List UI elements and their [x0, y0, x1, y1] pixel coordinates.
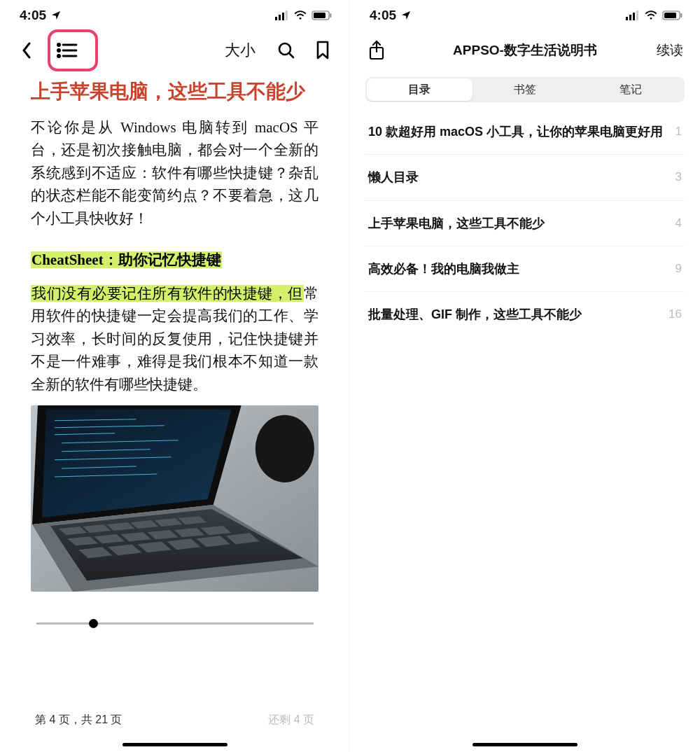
- svg-rect-3: [286, 11, 288, 20]
- progress-thumb[interactable]: [89, 619, 98, 628]
- location-icon: [50, 10, 62, 21]
- toc-item-title: 懒人目录: [368, 169, 666, 186]
- search-button[interactable]: [272, 36, 300, 64]
- toc-item-page: 16: [668, 306, 682, 321]
- bookmark-button[interactable]: [309, 36, 337, 64]
- svg-rect-50: [633, 13, 635, 20]
- svg-rect-6: [314, 13, 326, 18]
- article-image: [31, 405, 318, 592]
- svg-point-52: [650, 18, 652, 20]
- status-time: 4:05: [20, 8, 46, 23]
- reader-toolbar: 大小: [0, 31, 349, 70]
- current-page-label: 第 4 页，共 21 页: [35, 713, 122, 727]
- toc-item-title: 批量处理、GIF 制作，这些工具不能少: [368, 306, 659, 323]
- svg-point-4: [300, 18, 302, 20]
- svg-rect-7: [330, 13, 332, 18]
- toc-item[interactable]: 上手苹果电脑，这些工具不能少 4: [365, 201, 685, 246]
- reader-content: 上手苹果电脑，这些工具不能少 不论你是从 Windows 电脑转到 macOS …: [0, 70, 349, 713]
- wifi-icon: [293, 11, 307, 20]
- svg-rect-49: [629, 15, 631, 20]
- book-title: APPSO-数字生活说明书: [350, 41, 700, 60]
- toc-button[interactable]: [53, 36, 81, 64]
- reader-screen: 4:05 大小 上手苹果电脑，这些工具不能少 不论你是从 Windows 电脑转…: [0, 0, 350, 752]
- toc-item-page: 4: [676, 215, 682, 230]
- article-title: 上手苹果电脑，这些工具不能少: [31, 78, 318, 105]
- toc-item[interactable]: 懒人目录 3: [365, 155, 685, 200]
- segmented-control[interactable]: 目录 书签 笔记: [365, 77, 685, 102]
- toc-item[interactable]: 10 款超好用 macOS 小工具，让你的苹果电脑更好用 1: [365, 109, 685, 155]
- toc-item-title: 高效必备！我的电脑我做主: [368, 260, 666, 277]
- svg-point-17: [255, 415, 314, 482]
- toc-item-page: 9: [676, 260, 682, 276]
- cellular-icon: [275, 11, 289, 20]
- svg-rect-51: [636, 11, 638, 20]
- article-paragraph-1: 不论你是从 Windows 电脑转到 macOS 平台，还是初次接触电脑，都会对…: [31, 116, 318, 230]
- battery-icon: [312, 11, 332, 20]
- page-indicator: 第 4 页，共 21 页 还剩 4 页: [0, 713, 349, 736]
- highlight-text: CheatSheet：助你记忆快捷键: [31, 251, 222, 268]
- svg-rect-48: [626, 17, 628, 20]
- svg-point-8: [57, 43, 59, 46]
- svg-rect-1: [279, 15, 281, 20]
- status-time: 4:05: [370, 8, 396, 23]
- location-icon: [400, 10, 412, 21]
- page-progress[interactable]: [36, 622, 314, 625]
- tab-bookmarks[interactable]: 书签: [472, 78, 578, 101]
- toc-item-page: 1: [676, 123, 682, 139]
- wifi-icon: [644, 11, 658, 20]
- svg-rect-2: [282, 13, 284, 20]
- article-subheading: CheatSheet：助你记忆快捷键: [31, 250, 318, 270]
- svg-rect-0: [275, 17, 277, 20]
- svg-rect-54: [664, 13, 676, 18]
- article-paragraph-2: 我们没有必要记住所有软件的快捷键，但常用软件的快捷键一定会提高我们的工作、学习效…: [31, 282, 318, 396]
- svg-point-10: [57, 49, 59, 51]
- svg-point-12: [57, 55, 59, 57]
- toc-item[interactable]: 批量处理、GIF 制作，这些工具不能少 16: [365, 292, 685, 337]
- home-indicator: [122, 743, 227, 746]
- tab-notes[interactable]: 笔记: [578, 78, 683, 101]
- toc-navbar: APPSO-数字生活说明书 续读: [350, 31, 700, 70]
- battery-icon: [662, 11, 683, 20]
- remaining-pages-label: 还剩 4 页: [268, 713, 314, 727]
- toc-item[interactable]: 高效必备！我的电脑我做主 9: [365, 246, 685, 292]
- home-indicator: [472, 743, 578, 746]
- toc-item-page: 3: [676, 169, 682, 184]
- toc-list: 10 款超好用 macOS 小工具，让你的苹果电脑更好用 1 懒人目录 3 上手…: [350, 109, 700, 736]
- share-button[interactable]: [363, 36, 391, 64]
- toc-screen: 4:05 APPSO-数字生活说明书 续读 目录 书签 笔记 10 款超好用 m…: [350, 0, 700, 752]
- svg-line-15: [289, 53, 293, 57]
- toc-item-title: 10 款超好用 macOS 小工具，让你的苹果电脑更好用: [368, 123, 666, 140]
- status-bar: 4:05: [350, 0, 700, 31]
- back-button[interactable]: [13, 36, 41, 64]
- tab-toc[interactable]: 目录: [367, 78, 472, 101]
- status-bar: 4:05: [0, 0, 349, 31]
- toc-item-title: 上手苹果电脑，这些工具不能少: [368, 215, 666, 232]
- cellular-icon: [626, 11, 640, 20]
- svg-rect-55: [680, 13, 682, 18]
- highlight-text: 我们没有必要记住所有软件的快捷键，但: [31, 285, 304, 302]
- fontsize-button[interactable]: 大小: [225, 40, 255, 61]
- continue-reading-button[interactable]: 续读: [657, 41, 687, 60]
